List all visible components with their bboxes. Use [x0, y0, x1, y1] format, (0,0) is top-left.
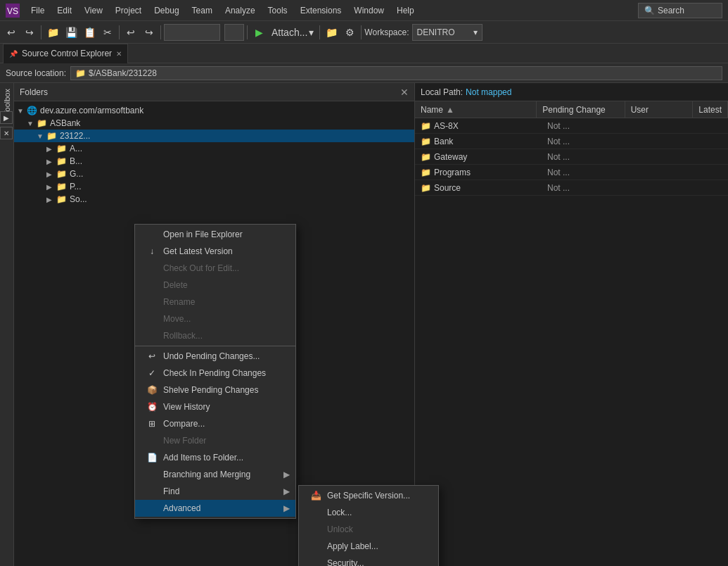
ctx-compare[interactable]: ⊞ Compare...: [135, 415, 295, 432]
toolbar-btn-extra2[interactable]: ⚙: [341, 24, 358, 41]
ctx-getspecific-label: Get Specific Version...: [327, 491, 410, 501]
file-folder-icon-0: 📁: [421, 121, 431, 131]
tree-arrow-b: ▶: [46, 158, 56, 165]
source-location-input[interactable]: 📁 $/ASBank/231228: [70, 66, 722, 80]
toolbar-btn-6[interactable]: ✂: [99, 24, 116, 41]
ctx-rename-label: Rename: [163, 297, 195, 307]
ctx-shelve-icon: 📦: [146, 385, 158, 395]
tree-label-a: A...: [70, 144, 82, 153]
toolbar-btn-3[interactable]: 📁: [44, 24, 61, 41]
menu-item-team[interactable]: Team: [186, 3, 218, 18]
tree-item-so[interactable]: ▶ 📁 So...: [14, 193, 414, 206]
file-name-cell-3: 📁 Programs: [415, 168, 542, 177]
tab-bar: 📌 Source Control Explorer ✕: [0, 44, 728, 63]
workspace-dropdown[interactable]: DENITRO ▾: [412, 24, 483, 41]
menu-item-tools[interactable]: Tools: [262, 3, 293, 18]
col-header-name[interactable]: Name ▲: [415, 101, 537, 118]
source-location-folder-icon: 📁: [75, 68, 86, 78]
collapse-btn-2[interactable]: ✕: [0, 127, 13, 139]
build-config-dropdown[interactable]: [164, 24, 220, 41]
ctx-apply-label[interactable]: Apply Label...: [299, 538, 438, 555]
file-list-item[interactable]: 📁 Bank Not ...: [415, 134, 728, 149]
tree-item-root[interactable]: ▼ 🌐 dev.azure.com/armsoftbank: [14, 104, 414, 117]
tree-label-231228: 23122...: [60, 131, 90, 141]
menu-item-debug[interactable]: Debug: [148, 3, 184, 18]
tree-item-a[interactable]: ▶ 📁 A...: [14, 142, 414, 155]
menu-search[interactable]: 🔍 Search: [638, 3, 722, 18]
ctx-find[interactable]: Find ▶: [135, 483, 295, 500]
ctx-open-file-explorer[interactable]: Open in File Explorer: [135, 226, 295, 243]
platform-dropdown[interactable]: [224, 24, 244, 41]
file-folder-icon-4: 📁: [421, 183, 431, 193]
file-pending-cell-2: Not ...: [542, 152, 633, 162]
ctx-lock[interactable]: Lock...: [299, 504, 438, 521]
ctx-sep-1: [135, 346, 295, 346]
file-name-text-1: Bank: [434, 137, 453, 146]
toolbar-btn-5[interactable]: 📋: [81, 24, 98, 41]
ctx-checkin-pending[interactable]: ✓ Check In Pending Changes: [135, 365, 295, 382]
toolbar-btn-1[interactable]: ↩: [3, 24, 20, 41]
sort-icon: ▲: [446, 105, 454, 115]
tree-item-b[interactable]: ▶ 📁 B...: [14, 155, 414, 168]
attach-btn[interactable]: Attach... ▾: [269, 24, 317, 41]
ctx-view-history[interactable]: ⏰ View History: [135, 398, 295, 415]
ctx-security[interactable]: Security...: [299, 555, 438, 566]
menu-item-extensions[interactable]: Extensions: [295, 3, 347, 18]
menu-item-help[interactable]: Help: [391, 3, 420, 18]
col-header-user[interactable]: User: [625, 101, 694, 118]
app-logo: VS: [6, 4, 20, 18]
ctx-get-specific[interactable]: 📥 Get Specific Version...: [299, 487, 438, 504]
ctx-undo-label: Undo Pending Changes...: [163, 351, 260, 361]
menu-item-analyze[interactable]: Analyze: [219, 3, 261, 18]
ctx-advanced[interactable]: Advanced ▶: [135, 500, 295, 517]
ctx-undo-pending[interactable]: ↩ Undo Pending Changes...: [135, 348, 295, 365]
ctx-branching[interactable]: Branching and Merging ▶: [135, 466, 295, 483]
ctx-checkout-label: Check Out for Edit...: [163, 263, 239, 273]
toolbar-btn-4[interactable]: 💾: [63, 24, 79, 41]
toolbar-btn-2[interactable]: ↪: [21, 24, 38, 41]
menu-item-project[interactable]: Project: [110, 3, 147, 18]
file-list-item[interactable]: 📁 Gateway Not ...: [415, 149, 728, 165]
file-list-item[interactable]: 📁 Programs Not ...: [415, 165, 728, 180]
source-location-value-text: $/ASBank/231228: [89, 68, 157, 78]
file-list-item[interactable]: 📁 Source Not ...: [415, 180, 728, 196]
menu-item-view[interactable]: View: [79, 3, 108, 18]
ctx-get-latest[interactable]: ↓ Get Latest Version: [135, 243, 295, 260]
context-menu: Open in File Explorer ↓ Get Latest Versi…: [134, 224, 296, 519]
tree-item-asbank[interactable]: ▼ 📁 ASBank: [14, 117, 414, 130]
local-path-value[interactable]: Not mapped: [466, 87, 511, 97]
file-list-item[interactable]: 📁 AS-8X Not ...: [415, 118, 728, 134]
ctx-branching-label: Branching and Merging: [163, 470, 250, 479]
tree-item-g[interactable]: ▶ 📁 G...: [14, 168, 414, 180]
menu-item-window[interactable]: Window: [348, 3, 390, 18]
toolbar-btn-extra[interactable]: 📁: [323, 24, 340, 41]
file-pending-cell-3: Not ...: [542, 168, 633, 177]
col-name-label: Name: [421, 105, 443, 115]
col-pending-label: Pending Change: [542, 105, 605, 115]
ctx-find-arrow: ▶: [283, 486, 290, 496]
run-btn[interactable]: ▶: [250, 24, 267, 41]
menu-item-file[interactable]: File: [25, 3, 50, 18]
folders-panel-close[interactable]: ✕: [400, 87, 409, 98]
menu-item-edit[interactable]: Edit: [51, 3, 77, 18]
col-header-latest[interactable]: Latest: [693, 101, 728, 118]
tree-item-231228[interactable]: ▼ 📁 23122...: [14, 130, 414, 142]
source-control-tab[interactable]: 📌 Source Control Explorer ✕: [3, 44, 128, 63]
tree-icon-b: 📁: [56, 156, 67, 166]
ctx-add-items[interactable]: 📄 Add Items to Folder...: [135, 449, 295, 466]
ctx-applylabel-label: Apply Label...: [327, 541, 378, 551]
tree-label-so: So...: [70, 194, 87, 204]
ctx-shelve-pending[interactable]: 📦 Shelve Pending Changes: [135, 382, 295, 398]
collapse-btn-1[interactable]: ▶: [0, 111, 13, 124]
menu-items: FileEditViewProjectDebugTeamAnalyzeTools…: [25, 3, 638, 18]
ctx-rollback-label: Rollback...: [163, 331, 203, 341]
tab-close-icon[interactable]: ✕: [116, 50, 122, 58]
file-name-text-2: Gateway: [434, 152, 467, 162]
undo-btn[interactable]: ↩: [122, 24, 139, 41]
col-header-pending[interactable]: Pending Change: [537, 101, 625, 118]
tree-item-p[interactable]: ▶ 📁 P...: [14, 180, 414, 193]
file-name-cell-1: 📁 Bank: [415, 137, 542, 146]
file-name-text-4: Source: [434, 183, 461, 193]
tree-arrow-asbank: ▼: [27, 120, 37, 127]
redo-btn[interactable]: ↪: [141, 24, 158, 41]
